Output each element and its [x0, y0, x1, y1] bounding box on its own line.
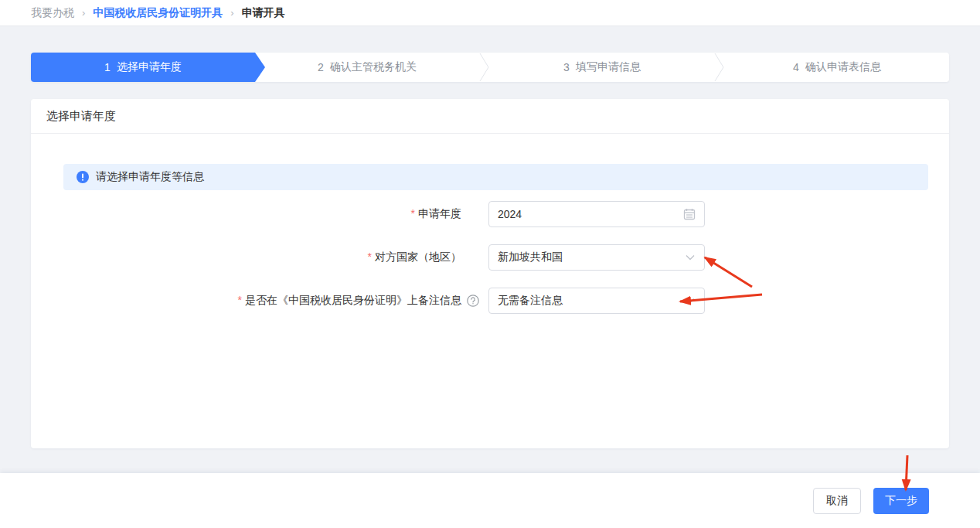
- step-label: 填写申请信息: [576, 60, 641, 74]
- step-label: 确认申请表信息: [805, 60, 881, 74]
- apply-year-value: 2024: [498, 208, 522, 220]
- step-wizard: 1 选择申请年度 2 确认主管税务机关 3 填写申请信息 4 确认申请表信息: [31, 53, 949, 82]
- remark-option-label: *是否在《中国税收居民身份证明》上备注信息: [31, 294, 461, 308]
- step-3-fill-application: 3 填写申请信息: [490, 53, 714, 82]
- counterpart-country-value: 新加坡共和国: [498, 250, 563, 264]
- counterpart-country-select[interactable]: 新加坡共和国: [488, 244, 705, 271]
- calendar-icon[interactable]: [683, 208, 696, 220]
- step-1-select-year: 1 选择申请年度: [31, 53, 255, 82]
- step-number: 4: [793, 61, 799, 73]
- step-label: 确认主管税务机关: [330, 60, 417, 74]
- counterpart-country-label: *对方国家（地区）: [31, 250, 461, 264]
- form-row-apply-year: *申请年度 2024: [31, 201, 949, 227]
- breadcrumb-item-home[interactable]: 我要办税: [31, 6, 74, 20]
- content-card: 选择申请年度 请选择申请年度等信息 *申请年度 2024: [31, 99, 949, 448]
- step-4-confirm-form: 4 确认申请表信息: [725, 53, 949, 82]
- step-separator-chevron-icon: [714, 53, 725, 82]
- chevron-down-icon[interactable]: [685, 252, 696, 263]
- breadcrumb: 我要办税 › 中国税收居民身份证明开具 › 申请开具: [0, 0, 980, 26]
- chevron-down-icon[interactable]: [685, 295, 696, 306]
- form-row-counterpart-country: *对方国家（地区） 新加坡共和国: [31, 244, 949, 271]
- step-label: 选择申请年度: [117, 60, 182, 74]
- step-number: 3: [563, 61, 570, 73]
- info-circle-icon: [77, 171, 89, 183]
- application-form: *申请年度 2024 *对方国家（地区）: [31, 201, 949, 314]
- step-2-confirm-tax-authority: 2 确认主管税务机关: [255, 53, 479, 82]
- breadcrumb-item-certificate[interactable]: 中国税收居民身份证明开具: [93, 6, 223, 20]
- breadcrumb-separator-icon: ›: [230, 7, 233, 19]
- question-circle-icon[interactable]: [467, 295, 479, 307]
- step-number: 2: [318, 61, 324, 73]
- form-row-remark-option: *是否在《中国税收居民身份证明》上备注信息 无需备注信息: [31, 288, 949, 314]
- apply-year-input[interactable]: 2024: [488, 201, 705, 227]
- remark-option-value: 无需备注信息: [498, 294, 563, 308]
- info-banner: 请选择申请年度等信息: [63, 164, 928, 190]
- footer-action-bar: 取消 下一步: [0, 473, 980, 528]
- section-title: 选择申请年度: [31, 99, 949, 134]
- apply-year-label: *申请年度: [31, 207, 461, 221]
- required-mark: *: [238, 294, 242, 306]
- required-mark: *: [411, 207, 415, 220]
- required-mark: *: [368, 250, 372, 263]
- step-number: 1: [104, 61, 111, 73]
- breadcrumb-separator-icon: ›: [82, 7, 85, 19]
- cancel-button[interactable]: 取消: [813, 488, 861, 514]
- remark-option-select[interactable]: 无需备注信息: [488, 288, 705, 314]
- info-banner-text: 请选择申请年度等信息: [96, 170, 204, 184]
- next-step-button[interactable]: 下一步: [873, 488, 929, 514]
- breadcrumb-item-current: 申请开具: [242, 6, 285, 20]
- step-separator-chevron-icon: [479, 53, 490, 82]
